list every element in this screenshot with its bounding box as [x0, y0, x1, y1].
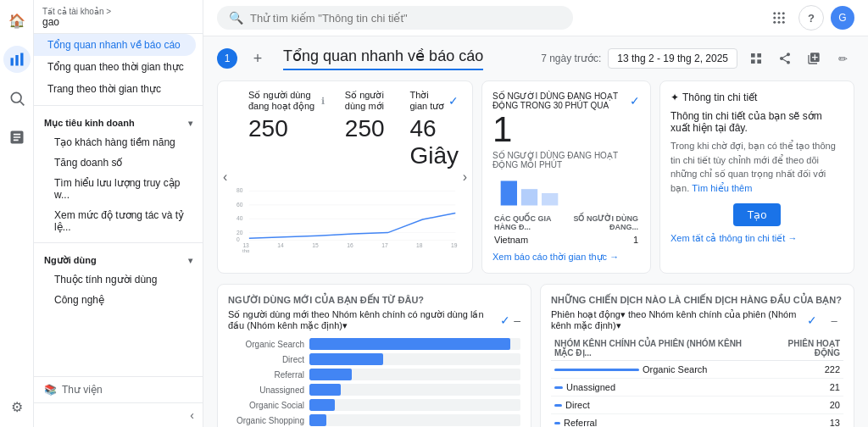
nav-item-overview[interactable]: Tổng quan nhanh về báo cáo: [34, 34, 196, 56]
nav-sub-leads[interactable]: Tạo khách hàng tiềm năng: [34, 132, 203, 152]
section-business[interactable]: Mục tiêu kinh doanh ▾: [34, 111, 203, 132]
svg-point-3: [11, 92, 21, 103]
search-input[interactable]: [250, 12, 561, 25]
bar-label-0: Organic Search: [228, 340, 304, 349]
metric-label-time: Thời gian tươ ✓: [409, 90, 459, 112]
info-learn-more-link[interactable]: Tìm hiểu thêm: [692, 183, 752, 193]
bar-label-4: Organic Social: [228, 401, 304, 410]
collapse-nav-btn[interactable]: ‹: [190, 408, 194, 422]
svg-rect-37: [521, 189, 537, 205]
realtime-link[interactable]: Xem báo cáo thời gian thực →: [492, 252, 640, 263]
header-actions: ✏: [744, 47, 854, 70]
apps-icon[interactable]: [766, 5, 792, 30]
bar-row-0: Organic Search: [228, 338, 520, 350]
icon-rail: 🏠 ⚙: [0, 0, 34, 427]
nav-sub-traffic[interactable]: Tìm hiểu lưu lượng truy cập w...: [34, 173, 203, 205]
svg-point-11: [773, 21, 776, 24]
reports-icon[interactable]: [3, 46, 31, 73]
svg-text:19: 19: [451, 242, 458, 248]
value-1: 21: [766, 379, 843, 396]
date-range-prefix: 7 ngày trước:: [541, 53, 601, 64]
info-bottom-link[interactable]: Xem tất cả thông tin chi tiết →: [670, 233, 843, 244]
add-tab-button[interactable]: +: [248, 48, 268, 69]
bar-fill-3: [309, 384, 341, 396]
chart-nav-left[interactable]: ‹: [223, 169, 227, 185]
svg-rect-36: [501, 181, 517, 206]
check-icon-time: ✓: [448, 94, 459, 108]
nav-sub-engagement[interactable]: Xem mức độ tương tác và tỷ lệ...: [34, 205, 203, 237]
main-content: 🔍 ? G 1 + Tổng quan nhanh về báo cáo 7 n…: [203, 0, 868, 427]
explore-icon[interactable]: [3, 85, 31, 112]
settings-icon[interactable]: ⚙: [3, 393, 31, 420]
line-chart-card: ‹ Số người dùng đang hoạt động ℹ 250 Số …: [217, 80, 473, 274]
value-2: 20: [766, 396, 843, 414]
avatar[interactable]: G: [831, 6, 854, 30]
svg-line-4: [19, 102, 24, 106]
view-toggle-btn[interactable]: [744, 47, 768, 70]
nav-sub-user-attrs[interactable]: Thuộc tính người dùng: [34, 269, 203, 290]
edit-btn[interactable]: ✏: [831, 47, 854, 70]
page-header: 1 + Tổng quan nhanh về báo cáo 7 ngày tr…: [217, 47, 854, 70]
svg-point-13: [782, 21, 785, 24]
bar-fill-1: [309, 353, 383, 365]
svg-point-8: [773, 17, 776, 19]
svg-text:15: 15: [312, 242, 319, 248]
bar-fill-5: [309, 414, 326, 426]
nav-item-realtime[interactable]: Tổng quan theo thời gian thực: [34, 56, 196, 78]
create-button[interactable]: Tạo: [733, 203, 780, 226]
value-3: 13: [766, 414, 843, 428]
table-minus-btn[interactable]: –: [825, 311, 843, 330]
svg-rect-1: [15, 55, 18, 66]
svg-rect-38: [542, 193, 558, 206]
bar-row-3: Unassigned: [228, 384, 520, 396]
bottom-right-card: NHỮNG CHIẾN DỊCH NÀO LÀ CHIẾN DỊCH HÀNG …: [540, 284, 854, 427]
svg-text:80: 80: [236, 187, 243, 193]
home-icon[interactable]: 🏠: [3, 7, 31, 34]
nav-library[interactable]: 📚 Thư viện: [34, 376, 203, 402]
bar-fill-4: [309, 399, 335, 411]
channel-0: Organic Search: [551, 361, 766, 379]
date-range-button[interactable]: 13 thg 2 - 19 thg 2, 2025: [608, 48, 737, 69]
realtime-card: SỐ NGƯỜI DÙNG ĐANG HOẠT ĐỘNG TRONG 30 PH…: [481, 80, 651, 274]
info-card-title: ✦ Thông tin chi tiết: [670, 92, 843, 103]
realtime-sub-label: SỐ NGƯỜI DÙNG ĐANG HOẠT ĐỘNG MỖI PHÚT: [492, 151, 640, 169]
metric-value-time: 46 Giây: [409, 115, 459, 169]
nav-item-pages-realtime[interactable]: Trang theo thời gian thực: [34, 78, 196, 100]
svg-text:16: 16: [347, 242, 353, 248]
section-toggle-business[interactable]: ▾: [188, 119, 192, 128]
info-card-icon: ✦: [670, 92, 679, 103]
table-check-icon: ✓: [803, 311, 821, 330]
section-toggle-users[interactable]: ▾: [188, 256, 192, 265]
channel-1: Unassigned: [551, 379, 766, 396]
svg-point-5: [773, 12, 776, 14]
svg-text:17: 17: [381, 242, 388, 248]
svg-point-6: [778, 12, 781, 14]
bottom-left-more-btn[interactable]: –: [514, 313, 520, 327]
section-users[interactable]: Người dùng ▾: [34, 248, 203, 269]
ads-icon[interactable]: [3, 124, 31, 151]
bar-label-2: Referral: [228, 370, 304, 380]
chart-nav-right[interactable]: ›: [463, 169, 467, 185]
help-icon[interactable]: ?: [798, 5, 824, 30]
nav-sub-sales[interactable]: Tăng doanh số: [34, 152, 203, 173]
bar-fill-2: [309, 369, 352, 380]
realtime-row: Vietnam 1: [494, 235, 638, 245]
bottom-left-chart-title: Số người dùng mới theo Nhóm kênh chính c…: [228, 309, 500, 331]
metric-value-active: 250: [248, 115, 325, 142]
metric-value-new: 250: [345, 115, 390, 142]
top-bar-icons: ? G: [766, 5, 854, 30]
info-icon-active[interactable]: ℹ: [321, 96, 325, 107]
svg-point-7: [782, 12, 785, 14]
bottom-left-check-icon: ✓: [500, 313, 510, 327]
share-btn[interactable]: [773, 47, 797, 70]
bar-row-1: Direct: [228, 353, 520, 365]
nav-sub-tech[interactable]: Công nghệ: [34, 290, 203, 310]
info-card-body2: Trong khi chờ đợi, bạn có thể tạo thông …: [670, 139, 843, 195]
col2-header: PHIÊN HOẠT ĐỘNG: [766, 336, 843, 361]
metric-label-active: Số người dùng đang hoạt động ℹ: [248, 90, 325, 112]
svg-rect-16: [751, 59, 755, 64]
svg-rect-0: [10, 58, 13, 65]
compare-btn[interactable]: [802, 47, 826, 70]
table-row: Unassigned 21: [551, 379, 843, 396]
value-0: 222: [766, 361, 843, 379]
